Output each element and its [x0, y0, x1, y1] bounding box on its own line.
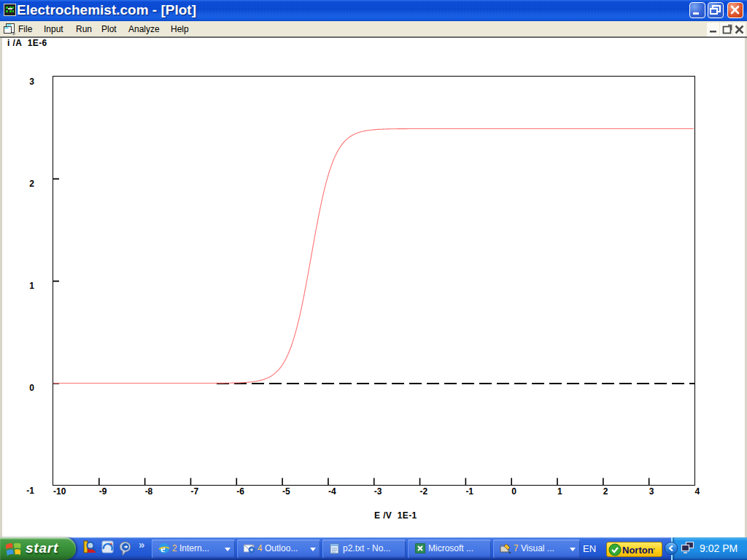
svg-text:-1: -1 [26, 486, 34, 496]
svg-text:-5: -5 [282, 486, 290, 497]
svg-text:0: 0 [511, 486, 516, 497]
svg-text:2: 2 [603, 486, 608, 497]
svg-text:-1: -1 [465, 486, 473, 497]
svg-text:-8: -8 [145, 486, 153, 497]
svg-text:1: 1 [557, 486, 562, 497]
svg-text:2: 2 [29, 179, 34, 189]
svg-text:-2: -2 [420, 486, 428, 497]
svg-text:-3: -3 [374, 486, 382, 497]
svg-text:3: 3 [649, 486, 654, 497]
svg-text:-4: -4 [328, 486, 336, 497]
svg-text:3: 3 [29, 77, 34, 87]
svg-text:-9: -9 [99, 486, 107, 497]
svg-text:4: 4 [694, 486, 700, 497]
svg-text:1: 1 [29, 281, 34, 291]
svg-text:-6: -6 [236, 486, 244, 497]
svg-text:i /A 1E-6: i /A 1E-6 [7, 38, 47, 48]
svg-text:-10: -10 [53, 486, 66, 497]
svg-text:E /V 1E-1: E /V 1E-1 [374, 510, 417, 521]
svg-text:e: e [160, 543, 165, 554]
svg-text:-7: -7 [190, 486, 198, 497]
svg-text:»: » [139, 538, 144, 551]
svg-text:0: 0 [29, 383, 34, 393]
